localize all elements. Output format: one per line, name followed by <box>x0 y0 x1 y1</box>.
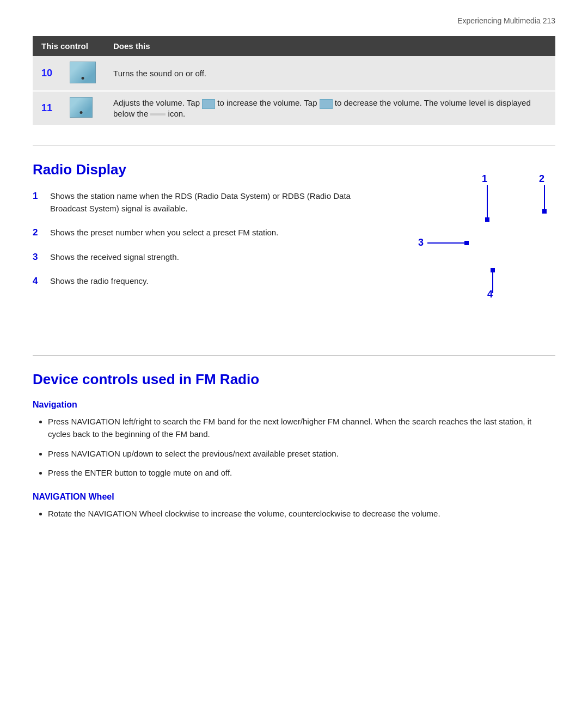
table-row-desc: Turns the sound on or off. <box>105 56 555 91</box>
navigation-bullet-list: Press NAVIGATION left/right to search th… <box>33 415 555 479</box>
table-row-image <box>61 56 105 91</box>
nav-wheel-subheading: NAVIGATION Wheel <box>33 492 555 502</box>
radio-display-section: Radio Display 1 Shows the station name w… <box>33 161 555 336</box>
page-header-text: Experiencing Multimedia 213 <box>457 16 555 25</box>
section-divider <box>33 145 555 146</box>
svg-rect-2 <box>485 217 489 222</box>
radio-item-3-desc: Shows the received signal strength. <box>50 251 179 264</box>
radio-item-3: 3 Shows the received signal strength. <box>33 251 359 264</box>
diagram-svg: 1 2 3 4 <box>381 161 555 330</box>
svg-rect-11 <box>491 268 495 272</box>
table-row-image <box>61 91 105 125</box>
table-row-num: 11 <box>33 91 61 125</box>
table-row-desc: Adjusts the volume. Tap to increase the … <box>105 91 555 125</box>
volume-icon-image <box>70 97 93 118</box>
nav-bullet-3: Press the ENTER button to toggle mute on… <box>48 466 555 479</box>
radio-item-2: 2 Shows the preset number when you selec… <box>33 227 359 239</box>
radio-item-3-num: 3 <box>33 252 42 263</box>
radio-item-1: 1 Shows the station name when the RDS (R… <box>33 190 359 215</box>
mute-icon-image <box>70 62 96 83</box>
svg-text:4: 4 <box>487 289 493 300</box>
radio-display-list: Radio Display 1 Shows the station name w… <box>33 161 359 336</box>
section-divider-2 <box>33 355 555 356</box>
navigation-subsection: Navigation Press NAVIGATION left/right t… <box>33 400 555 479</box>
table-row: 11 Adjusts the volume. Tap to increase t… <box>33 91 555 125</box>
svg-text:3: 3 <box>418 237 424 248</box>
svg-text:2: 2 <box>539 173 544 184</box>
radio-item-4-desc: Shows the radio frequency. <box>50 275 149 288</box>
device-controls-heading: Device controls used in FM Radio <box>33 371 555 388</box>
radio-item-2-num: 2 <box>33 227 42 238</box>
svg-rect-8 <box>464 241 469 245</box>
radio-item-1-desc: Shows the station name when the RDS (Rad… <box>50 190 359 215</box>
radio-item-1-num: 1 <box>33 191 42 202</box>
nav-wheel-bullet-1: Rotate the NAVIGATION Wheel clockwise to… <box>48 507 555 520</box>
radio-item-4-num: 4 <box>33 276 42 287</box>
radio-item-4: 4 Shows the radio frequency. <box>33 275 359 288</box>
table-col1-header: This control <box>33 36 105 56</box>
radio-item-2-desc: Shows the preset number when you select … <box>50 227 278 239</box>
radio-display-diagram: 1 2 3 4 <box>381 161 555 336</box>
svg-rect-5 <box>542 209 547 214</box>
nav-wheel-bullet-list: Rotate the NAVIGATION Wheel clockwise to… <box>33 507 555 520</box>
navigation-subheading: Navigation <box>33 400 555 410</box>
table-row: 10 Turns the sound on or off. <box>33 56 555 91</box>
control-table: This control Does this 10 Turns the soun… <box>33 36 555 126</box>
radio-display-heading: Radio Display <box>33 161 359 178</box>
device-controls-section: Device controls used in FM Radio Navigat… <box>33 371 555 520</box>
nav-wheel-subsection: NAVIGATION Wheel Rotate the NAVIGATION W… <box>33 492 555 520</box>
table-row-num: 10 <box>33 56 61 91</box>
svg-text:1: 1 <box>482 173 487 184</box>
page-header: Experiencing Multimedia 213 <box>33 16 555 25</box>
nav-bullet-2: Press NAVIGATION up/down to select the p… <box>48 447 555 460</box>
nav-bullet-1: Press NAVIGATION left/right to search th… <box>48 415 555 441</box>
table-col2-header: Does this <box>105 36 555 56</box>
